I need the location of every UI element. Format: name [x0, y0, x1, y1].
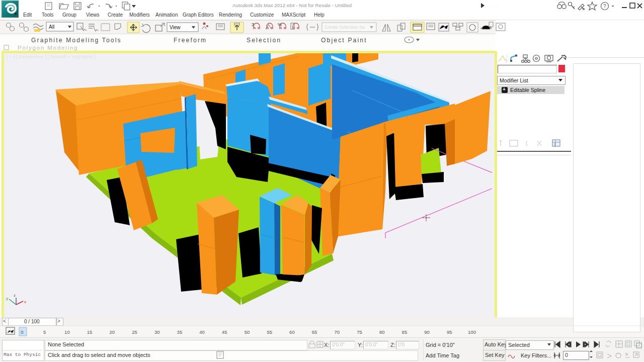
svg-text:70: 70	[335, 329, 340, 335]
svg-text:Create Selection Se: Create Selection Se	[325, 25, 365, 30]
svg-text:60: 60	[289, 329, 295, 335]
svg-text:View: View	[170, 25, 181, 30]
svg-text:?: ?	[603, 4, 606, 9]
svg-text:5: 5	[43, 329, 46, 335]
svg-text:40: 40	[199, 329, 205, 335]
svg-text:20: 20	[110, 329, 115, 335]
svg-text:%: %	[278, 22, 282, 27]
svg-text:95: 95	[447, 329, 452, 335]
svg-text:30: 30	[154, 329, 160, 335]
svg-text:· · ·: · · ·	[491, 4, 498, 9]
svg-text:90: 90	[424, 329, 430, 335]
svg-text:55: 55	[267, 329, 272, 335]
svg-text:45: 45	[222, 329, 227, 335]
svg-text:50: 50	[245, 329, 250, 335]
svg-text:25: 25	[132, 329, 137, 335]
svg-text:35: 35	[177, 329, 183, 335]
svg-text:▯: ▯	[554, 143, 556, 146]
svg-text:85: 85	[402, 329, 408, 335]
svg-text:3: 3	[252, 22, 254, 27]
svg-text:75: 75	[357, 329, 362, 335]
svg-text:65: 65	[312, 329, 317, 335]
svg-text:15: 15	[87, 329, 93, 335]
svg-text:10: 10	[64, 329, 70, 335]
svg-text:0: 0	[21, 329, 23, 335]
svg-text:100: 100	[468, 329, 476, 335]
svg-text:80: 80	[379, 329, 385, 335]
svg-text:All: All	[49, 24, 54, 30]
